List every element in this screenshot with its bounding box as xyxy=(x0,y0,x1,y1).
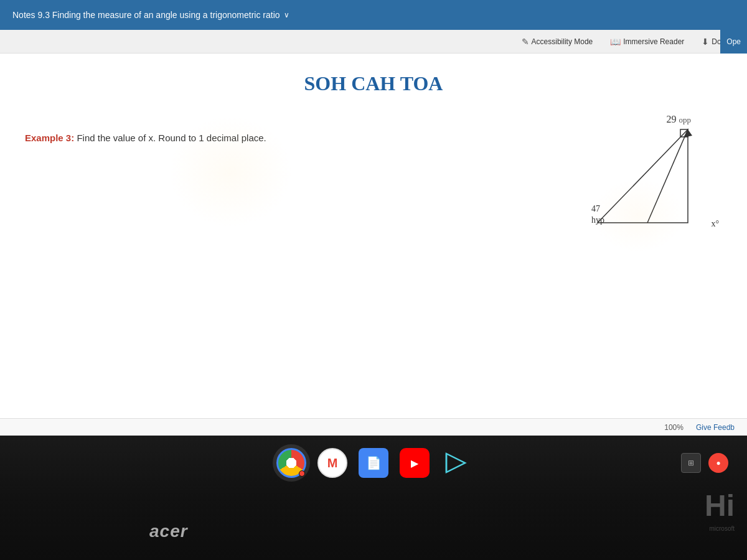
opp-label: opp xyxy=(679,115,692,125)
example-text-block: Example 3: Find the value of x. Round to… xyxy=(25,133,560,143)
microsoft-label: microsoft xyxy=(709,525,735,532)
svg-marker-4 xyxy=(446,454,465,472)
value-29-label: 29 xyxy=(667,114,677,125)
triangle-svg xyxy=(591,126,716,232)
files-icon[interactable]: 📄 xyxy=(359,448,388,478)
example-description: Find the value of x. Round to 1 decimal … xyxy=(77,133,266,143)
soh-cah-toa-heading: SOH CAH TOA xyxy=(304,72,443,95)
status-bar: 100% Give Feedb xyxy=(0,418,747,436)
svg-line-2 xyxy=(647,129,688,223)
value-47-label: 47 xyxy=(591,203,604,215)
files-icon-wrapper: 📄 xyxy=(359,448,388,478)
toolbar: ✎ Accessibility Mode 📖 Immersive Reader … xyxy=(0,30,747,54)
taskbar-icons: M 📄 ▶ xyxy=(0,436,747,484)
youtube-icon-wrapper: ▶ xyxy=(400,448,430,478)
accessibility-icon: ✎ xyxy=(522,37,529,47)
triangle-diagram: 29 opp 47 xyxy=(585,114,722,238)
main-content: SOH CAH TOA Example 3: Find the value of… xyxy=(0,54,747,418)
browser-title: Notes 9.3 Finding the measure of an angl… xyxy=(12,10,280,20)
accessibility-mode-button[interactable]: ✎ Accessibility Mode xyxy=(518,34,597,49)
settings-icon[interactable]: ● xyxy=(708,453,728,473)
svg-marker-3 xyxy=(684,129,692,138)
browser-bar: Notes 9.3 Finding the measure of an angl… xyxy=(0,0,747,30)
download-icon: ⬇ xyxy=(702,37,709,47)
notification-dot xyxy=(299,470,305,477)
example-label: Example 3: xyxy=(25,133,74,143)
taskbar-right-icons: ⊞ ● xyxy=(681,453,728,473)
taskbar: M 📄 ▶ acer ⊞ xyxy=(0,436,747,560)
angle-x-label: x° xyxy=(711,219,719,228)
open-button[interactable]: Ope xyxy=(720,30,747,54)
gmail-icon[interactable]: M xyxy=(317,448,347,478)
play-icon-wrapper xyxy=(441,448,471,478)
youtube-icon[interactable]: ▶ xyxy=(400,448,430,478)
example-section: Example 3: Find the value of x. Round to… xyxy=(25,120,722,238)
feedback-link[interactable]: Give Feedb xyxy=(696,423,735,432)
svg-marker-0 xyxy=(598,129,688,223)
acer-logo: acer xyxy=(149,521,188,541)
chrome-icon-wrapper xyxy=(276,448,306,478)
hi-branding: Hi xyxy=(705,488,735,523)
immersive-reader-button[interactable]: 📖 Immersive Reader xyxy=(606,34,688,49)
immersive-reader-icon: 📖 xyxy=(610,37,621,47)
screen-icon[interactable]: ⊞ xyxy=(681,453,701,473)
hyp-label: hyp xyxy=(591,215,604,226)
gmail-icon-wrapper: M xyxy=(317,448,347,478)
zoom-level: 100% xyxy=(664,423,684,432)
play-store-icon[interactable] xyxy=(441,448,471,478)
